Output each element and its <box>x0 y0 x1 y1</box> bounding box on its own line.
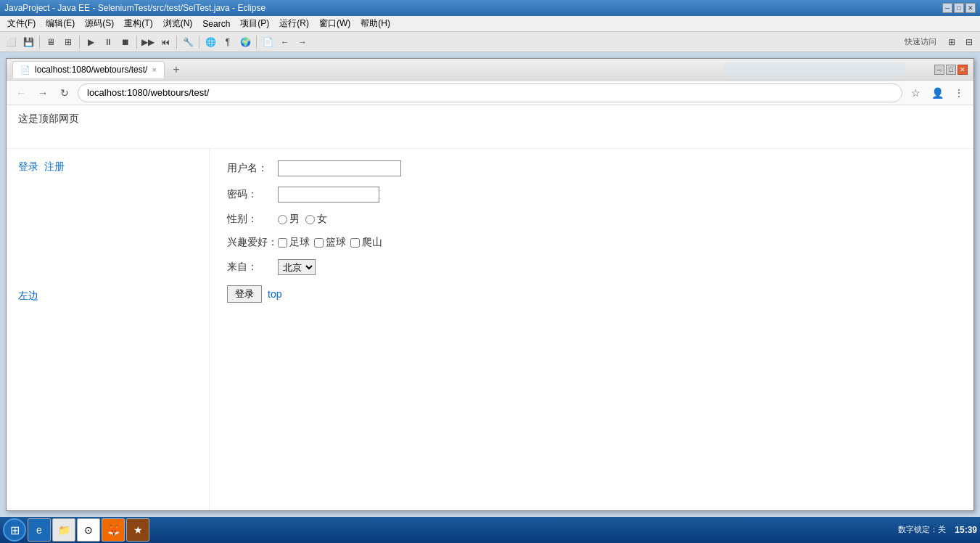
hobby-hiking-checkbox[interactable] <box>350 238 360 248</box>
toolbar-btn-3[interactable]: 🖥 <box>43 34 59 50</box>
hobby-row: 兴趣爱好： 足球 篮球 <box>227 236 956 249</box>
hobby-football-label[interactable]: 足球 <box>278 236 310 249</box>
menu-run[interactable]: 运行(R) <box>275 16 313 31</box>
menu-window[interactable]: 窗口(W) <box>315 16 355 31</box>
menu-file[interactable]: 文件(F) <box>3 16 40 31</box>
browser-addressbar: ← → ↻ ☆ 👤 ⋮ <box>7 81 973 105</box>
taskbar-firefox-btn[interactable]: 🦊 <box>102 518 125 542</box>
submit-row: 登录 top <box>227 285 956 303</box>
forward-btn[interactable]: → <box>34 84 52 102</box>
browser-content: 这是顶部网页 登录 注册 左边 <box>7 105 973 510</box>
gender-label: 性别： <box>227 213 278 226</box>
toolbar-btn-4[interactable]: ⊞ <box>60 34 76 50</box>
toolbar-btn-7[interactable]: ⏹ <box>118 34 133 50</box>
toolbar-btn-5[interactable]: ▶ <box>83 34 99 50</box>
eclipse-main-area: 📄 localhost:1080/webtours/test/ × + ─ □ … <box>0 52 980 517</box>
gender-female-radio[interactable] <box>305 215 315 224</box>
hobby-hiking-text: 爬山 <box>362 236 382 249</box>
login-link[interactable]: 登录 <box>18 160 38 173</box>
hobby-basketball-checkbox[interactable] <box>314 238 324 248</box>
toolbar-btn-11[interactable]: 🌐 <box>202 34 218 50</box>
menu-navigate[interactable]: 浏览(N) <box>159 16 197 31</box>
address-bar[interactable] <box>78 83 902 102</box>
browser-wm-btns: ─ □ ✕ <box>934 65 968 75</box>
browser-titlebar: 📄 localhost:1080/webtours/test/ × + ─ □ … <box>7 59 973 81</box>
eclipse-toolbar: ⬜ 💾 🖥 ⊞ ▶ ⏸ ⏹ ▶▶ ⏮ 🔧 🌐 ¶ 🌍 📄 ← → 快速访问 ⊞ … <box>0 32 980 52</box>
toolbar-btn-15[interactable]: ← <box>277 34 293 50</box>
taskbar-app-btn[interactable]: ★ <box>126 518 149 542</box>
password-input[interactable] <box>278 187 379 203</box>
gender-male-radio[interactable] <box>278 215 287 224</box>
taskbar-chrome-btn[interactable]: ⊙ <box>77 518 100 542</box>
username-input[interactable] <box>278 160 401 176</box>
account-btn[interactable]: 👤 <box>928 84 946 102</box>
eclipse-menubar: 文件(F) 编辑(E) 源码(S) 重构(T) 浏览(N) Search 项目(… <box>0 16 980 32</box>
from-label: 来自： <box>227 261 278 274</box>
hobby-basketball-label[interactable]: 篮球 <box>314 236 346 249</box>
eclipse-close-btn[interactable]: ✕ <box>965 3 976 13</box>
taskbar-ie-btn[interactable]: e <box>28 518 51 542</box>
toolbar-btn-13[interactable]: 🌍 <box>237 34 253 50</box>
start-btn[interactable]: ⊞ <box>3 518 26 542</box>
menu-refactor[interactable]: 重构(T) <box>120 16 157 31</box>
toolbar-btn-10[interactable]: 🔧 <box>180 34 196 50</box>
clock-time: 15:39 <box>955 524 977 536</box>
eclipse-titlebar: JavaProject - Java EE - SeleniumTest/src… <box>0 0 980 16</box>
hobby-football-checkbox[interactable] <box>278 238 287 248</box>
hobby-hiking-label[interactable]: 爬山 <box>350 236 382 249</box>
back-btn[interactable]: ← <box>12 84 30 102</box>
hobby-checkbox-group: 足球 篮球 爬山 <box>278 236 382 249</box>
browser-tabs: 📄 localhost:1080/webtours/test/ × + <box>12 61 724 78</box>
gender-radio-group: 男 女 <box>278 213 327 226</box>
toolbar-btn-8[interactable]: ▶▶ <box>140 34 156 50</box>
bookmark-star-btn[interactable]: ☆ <box>907 84 924 102</box>
menu-search[interactable]: Search <box>198 17 234 30</box>
toolbar-btn-6[interactable]: ⏸ <box>100 34 116 50</box>
main-form-area: 用户名： 密码： 性别： <box>210 149 973 510</box>
browser-maximize-btn[interactable]: □ <box>946 65 956 75</box>
toolbar-btn-9[interactable]: ⏮ <box>157 34 173 50</box>
toolbar-btn-2[interactable]: 💾 <box>20 34 36 50</box>
from-select[interactable]: 北京 上海 广州 深圳 <box>278 259 316 275</box>
taskbar-clock: 15:39 <box>955 524 977 536</box>
browser-tab-label: localhost:1080/webtours/test/ <box>35 65 147 75</box>
eclipse-maximize-btn[interactable]: □ <box>954 3 964 13</box>
taskbar-systray: 数字锁定：关 15:39 <box>898 524 977 536</box>
toolbar-btn-1[interactable]: ⬜ <box>3 34 19 50</box>
left-link[interactable]: 左边 <box>18 290 197 303</box>
toolbar-btn-16[interactable]: → <box>295 34 310 50</box>
eclipse-window: JavaProject - Java EE - SeleniumTest/src… <box>0 0 980 543</box>
menu-source[interactable]: 源码(S) <box>81 16 118 31</box>
second-tab-blurred <box>724 62 905 77</box>
menu-project[interactable]: 项目(P) <box>236 16 273 31</box>
eclipse-titlebar-buttons: ─ □ ✕ <box>942 3 976 13</box>
top-link[interactable]: top <box>268 288 281 300</box>
toolbar-more-btn[interactable]: ⊟ <box>961 34 977 50</box>
register-link[interactable]: 注册 <box>44 160 65 173</box>
taskbar-folder-btn[interactable]: 📁 <box>52 518 75 542</box>
eclipse-taskbar: ⊞ e 📁 ⊙ 🦊 ★ 数字锁定：关 15:39 <box>0 517 980 543</box>
menu-help[interactable]: 帮助(H) <box>356 16 395 31</box>
reload-btn[interactable]: ↻ <box>56 84 73 102</box>
left-sidebar: 登录 注册 左边 <box>7 149 210 510</box>
gender-female-text: 女 <box>317 213 327 226</box>
browser-tab-active[interactable]: 📄 localhost:1080/webtours/test/ × <box>12 61 165 78</box>
chrome-menu-btn[interactable]: ⋮ <box>950 84 968 102</box>
toolbar-sep-3 <box>136 36 137 49</box>
menu-edit[interactable]: 编辑(E) <box>41 16 79 31</box>
toolbar-layout-btn[interactable]: ⊞ <box>944 34 960 50</box>
browser-minimize-btn[interactable]: ─ <box>934 65 944 75</box>
toolbar-sep-5 <box>199 36 199 49</box>
toolbar-btn-14[interactable]: 📄 <box>260 34 276 50</box>
eclipse-minimize-btn[interactable]: ─ <box>942 3 952 13</box>
gender-male-label[interactable]: 男 <box>278 213 300 226</box>
new-tab-btn[interactable]: + <box>168 61 185 78</box>
password-label: 密码： <box>227 188 278 201</box>
submit-btn[interactable]: 登录 <box>227 285 262 303</box>
gender-female-label[interactable]: 女 <box>305 213 327 226</box>
toolbar-btn-12[interactable]: ¶ <box>220 34 236 50</box>
browser-tab-close[interactable]: × <box>152 65 156 74</box>
hobby-basketball-text: 篮球 <box>326 236 346 249</box>
browser-close-btn[interactable]: ✕ <box>958 65 968 75</box>
sidebar-links: 登录 注册 <box>18 160 197 173</box>
